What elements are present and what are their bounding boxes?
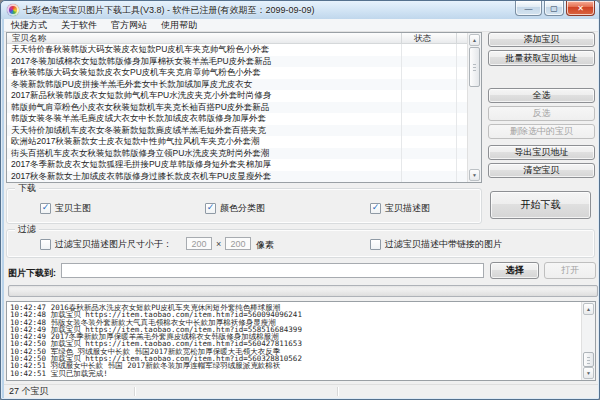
download-path-label: 图片下载到:: [8, 267, 56, 280]
minimize-button[interactable]: —: [515, 1, 542, 16]
check-icon: ✓: [372, 203, 380, 212]
column-header-status[interactable]: 状态: [414, 33, 431, 44]
title-bar: 七彩色淘宝宝贝图片下载工具(V3.8) - 软件已注册(有效期至：2099-09…: [1, 1, 600, 19]
item-name: 2017冬装加绒棉衣女短款韩版修身加厚棉袄女装羊羔毛PU皮外套新品: [11, 56, 271, 66]
check-icon: ✓: [207, 203, 215, 212]
minimize-icon: —: [525, 4, 533, 13]
list-scrollbar[interactable]: ▲ ▼: [467, 33, 481, 182]
log-line: 10:42:51 宝贝已加载完成!: [10, 370, 579, 377]
maximize-icon: ▢: [550, 4, 558, 13]
log-box[interactable]: 10:42:47 2016春秋新品水洗皮衣女短款PU皮机车夹克休闲短外套纯色棒球…: [6, 301, 596, 381]
select-folder-button[interactable]: 选择: [490, 262, 539, 279]
download-group: 下载 ✓宝贝主图✓颜色分类图✓宝贝描述图: [6, 188, 482, 224]
side-button-panel: 添加宝贝批量获取宝贝地址全选反选删除选中的宝贝导出宝贝地址清空宝贝: [488, 32, 595, 182]
table-row[interactable]: 欧洲站2017秋装新款女士皮衣短款中性帅气拉风机车夹克小外套潮: [7, 136, 467, 148]
menu-item-shortcuts[interactable]: 快捷方式: [4, 19, 54, 32]
table-row[interactable]: 春秋装韩版大码女装短款皮衣女PU皮机车夹克肩章帅气粉色小外套: [7, 67, 467, 79]
list-scrollbar-thumb[interactable]: [469, 47, 480, 87]
table-row[interactable]: 天天特价春秋装韩版大码女装皮衣短款PU皮机车夹克帅气粉色小外套: [7, 44, 467, 56]
description-image-checkbox[interactable]: ✓宝贝描述图: [370, 202, 430, 214]
table-row[interactable]: 天天特价加绒机车皮衣女冬装新款短款麂皮绒羊羔毛短外套百搭夹克: [7, 125, 467, 137]
export-urls-button[interactable]: 导出宝贝地址: [488, 145, 595, 160]
checkbox-icon: ✓: [370, 203, 381, 214]
item-name: 天天特价春秋装韩版大码女装皮衣短款PU皮机车夹克帅气粉色小外套: [11, 44, 269, 54]
item-list: 宝贝名称 状态 天天特价春秋装韩版大码女装皮衣短款PU皮机车夹克帅气粉色小外套2…: [6, 32, 482, 183]
menu-item-help[interactable]: 使用帮助: [154, 19, 204, 32]
download-group-label: 下载: [15, 183, 39, 194]
table-row[interactable]: 2017冬季新款皮衣女短款狐狸毛拼接PU皮草韩版修身短外套夹棉加厚: [7, 159, 467, 171]
column-header-name[interactable]: 宝贝名称: [12, 33, 46, 44]
download-path-input[interactable]: [61, 263, 484, 278]
maximize-button[interactable]: ▢: [544, 1, 564, 16]
checkbox-icon: ✓: [40, 203, 51, 214]
check-icon: ✓: [42, 203, 50, 212]
scroll-down-button[interactable]: ▼: [469, 169, 480, 181]
checkbox-icon: ✓: [205, 203, 216, 214]
main-image-checkbox[interactable]: ✓宝贝主图: [40, 202, 91, 214]
item-name: 韩版帅气肩章粉色小皮衣女秋装短款机车夹克长袖百搭PU皮外套新品: [11, 102, 269, 112]
start-download-button[interactable]: 开始下载: [490, 191, 591, 219]
scroll-down-icon: ▼: [472, 172, 477, 178]
table-row[interactable]: 2017新品秋装韩版皮衣女短款帅气机车PU水洗皮夹克小外套时尚修身: [7, 90, 467, 102]
invert-selection-button: 反选: [488, 106, 595, 121]
table-row[interactable]: 韩版帅气肩章粉色小皮衣女秋装短款机车夹克长袖百搭PU皮外套新品: [7, 102, 467, 114]
list-header: 宝贝名称 状态: [7, 33, 481, 44]
filter-group: 过滤 过滤宝贝描述图片尺寸小于： × 像素 过滤宝贝描述中带链接的图片: [6, 229, 595, 258]
window-controls: — ▢ ✕: [513, 1, 595, 16]
checkbox-icon: [40, 239, 51, 250]
status-bar: 27 个宝贝: [4, 384, 598, 398]
checkbox-icon: [370, 239, 381, 250]
progress-bar: [8, 285, 598, 297]
item-name: 春秋装韩版大码女装短款皮衣女PU皮机车夹克肩章帅气粉色小外套: [11, 67, 261, 77]
table-row[interactable]: 2017秋冬新款女士加绒皮衣韩版修身过膝长款皮衣机车PU皮显瘦外套: [7, 171, 467, 183]
table-row[interactable]: 韩版女装冬装羊羔毛麂皮绒大衣女中长款加绒皮衣韩版修身加厚外套: [7, 113, 467, 125]
filter-size-checkbox[interactable]: 过滤宝贝描述图片尺寸小于：: [40, 238, 172, 250]
filter-link-checkbox[interactable]: 过滤宝贝描述中带链接的图片: [370, 238, 502, 250]
close-icon: ✕: [577, 4, 584, 13]
times-symbol: ×: [216, 239, 221, 249]
app-window: 七彩色淘宝宝贝图片下载工具(V3.8) - 软件已注册(有效期至：2099-09…: [0, 0, 600, 400]
filter-width-input[interactable]: [186, 237, 212, 250]
menu-item-about[interactable]: 关于软件: [54, 19, 104, 32]
checkbox-label: 宝贝主图: [55, 202, 91, 215]
filter-height-input[interactable]: [225, 237, 251, 250]
app-logo-icon: [7, 4, 19, 16]
scroll-up-button[interactable]: ▲: [469, 34, 480, 46]
filter-link-label: 过滤宝贝描述中带链接的图片: [385, 238, 502, 251]
table-row[interactable]: 2017冬装加绒棉衣女短款韩版修身加厚棉袄女装羊羔毛PU皮外套新品: [7, 56, 467, 68]
item-name: 2017冬季新款皮衣女短款狐狸毛拼接PU皮草韩版修身短外套夹棉加厚: [11, 159, 271, 169]
pixel-unit-label: 像素: [256, 239, 274, 252]
item-name: 2017秋冬新款女士加绒皮衣韩版修身过膝长款皮衣机车PU皮显瘦外套: [11, 171, 271, 181]
select-all-button[interactable]: 全选: [488, 88, 595, 103]
batch-get-urls-button[interactable]: 批量获取宝贝地址: [488, 50, 595, 66]
scroll-down-icon: ▼: [586, 370, 591, 376]
open-folder-button: 打开: [544, 262, 596, 279]
add-item-button[interactable]: 添加宝贝: [488, 32, 595, 47]
item-count-text: 27 个宝贝: [9, 385, 49, 398]
table-row[interactable]: 冬装新款韩版PU皮拼接羊羔毛外套女中长款加绒加厚皮尤皮衣女: [7, 79, 467, 91]
delete-selected-button: 删除选中的宝贝: [488, 124, 595, 139]
list-rows: 天天特价春秋装韩版大码女装皮衣短款PU皮机车夹克帅气粉色小外套2017冬装加绒棉…: [7, 44, 467, 182]
item-name: 2017新品秋装韩版皮衣女短款帅气机车PU水洗皮夹克小外套时尚修身: [11, 90, 271, 100]
log-lines: 10:42:47 2016春秋新品水洗皮衣女短款PU皮机车夹克休闲短外套纯色棒球…: [10, 304, 579, 379]
log-scrollbar-thumb[interactable]: [583, 352, 594, 367]
color-variant-checkbox[interactable]: ✓颜色分类图: [205, 202, 265, 214]
filter-group-label: 过滤: [15, 224, 39, 235]
close-button[interactable]: ✕: [566, 1, 595, 16]
window-title: 七彩色淘宝宝贝图片下载工具(V3.8) - 软件已注册(有效期至：2099-09…: [23, 1, 315, 19]
checkbox-label: 颜色分类图: [220, 202, 265, 215]
item-name: 欧洲站2017秋装新款女士皮衣短款中性帅气拉风机车夹克小外套潮: [11, 136, 259, 146]
table-row[interactable]: 街头百搭机车皮衣女秋装短款韩版修身立领PU水洗皮夹克时尚外套潮: [7, 148, 467, 160]
menu-item-official-site[interactable]: 官方网站: [104, 19, 154, 32]
filter-size-label: 过滤宝贝描述图片尺寸小于：: [55, 238, 172, 251]
scroll-up-icon: ▲: [586, 306, 591, 312]
item-name: 街头百搭机车皮衣女秋装短款韩版修身立领PU水洗皮夹克时尚外套潮: [11, 148, 269, 158]
clear-items-button[interactable]: 清空宝贝: [488, 163, 595, 178]
log-scrollbar[interactable]: ▲ ▼: [581, 302, 595, 380]
scroll-up-icon: ▲: [472, 37, 477, 43]
checkbox-label: 宝贝描述图: [385, 202, 430, 215]
log-scroll-up-button[interactable]: ▲: [583, 303, 594, 315]
item-name: 韩版女装冬装羊羔毛麂皮绒大衣女中长款加绒皮衣韩版修身加厚外套: [11, 113, 266, 123]
menu-bar: 快捷方式关于软件官方网站使用帮助: [4, 19, 598, 32]
log-scroll-down-button[interactable]: ▼: [583, 367, 594, 379]
